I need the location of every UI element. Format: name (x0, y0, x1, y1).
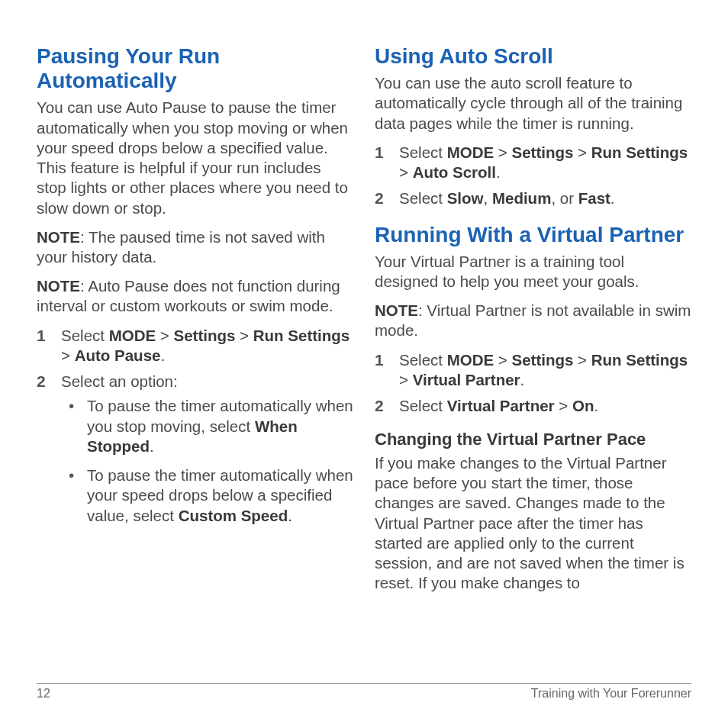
text: Select (399, 189, 447, 207)
menu-item: MODE (109, 327, 156, 344)
steps-list: Select MODE > Settings > Run Settings > … (37, 326, 353, 526)
menu-item: MODE (447, 143, 494, 161)
text: Select (61, 327, 109, 344)
step-item: Select Virtual Partner > On. (375, 396, 691, 416)
menu-item: MODE (447, 351, 494, 369)
option: Custom Speed (179, 507, 288, 524)
text: , or (551, 189, 578, 207)
text: . (594, 397, 598, 414)
step-item: Select MODE > Settings > Run Settings > … (375, 350, 691, 390)
option: Slow (447, 189, 484, 207)
bullet-item: To pause the timer automatically when yo… (61, 396, 353, 456)
left-column: Pausing Your Run Automatically You can u… (37, 44, 353, 593)
note-label: NOTE (37, 228, 80, 246)
step-item: Select MODE > Settings > Run Settings > … (37, 326, 353, 366)
menu-item: Settings (512, 143, 574, 161)
heading-autoscroll: Using Auto Scroll (375, 44, 691, 69)
step-item: Select an option: To pause the timer aut… (37, 372, 353, 526)
text: > (399, 163, 413, 181)
text: > (573, 351, 591, 369)
note-text: : Auto Pause does not function during in… (37, 277, 340, 314)
menu-item: Virtual Partner (447, 397, 555, 414)
steps-list: Select MODE > Settings > Run Settings > … (375, 350, 691, 417)
menu-item: Settings (512, 351, 574, 369)
text: . (160, 346, 165, 364)
bullet-item: To pause the timer automatically when yo… (61, 465, 353, 526)
menu-item: Settings (174, 327, 236, 344)
text: Select (399, 397, 447, 414)
paragraph: You can use Auto Pause to pause the time… (37, 98, 353, 217)
text: > (494, 351, 511, 369)
menu-item: Virtual Partner (413, 371, 520, 388)
text: > (235, 327, 253, 344)
text: . (520, 371, 525, 388)
paragraph: You can use the auto scroll feature to a… (375, 73, 691, 134)
menu-item: Auto Pause (75, 346, 161, 364)
text: > (156, 327, 173, 344)
text: Select (399, 351, 447, 369)
heading-virtual-partner: Running With a Virtual Partner (375, 223, 691, 247)
section-title: Training with Your Forerunner (531, 687, 691, 701)
note-text: : Virtual Partner is not available in sw… (375, 301, 691, 339)
text: Select an option: (61, 372, 178, 390)
option: On (572, 397, 594, 414)
note: NOTE: The paused time is not saved with … (37, 227, 353, 267)
text: > (61, 346, 75, 364)
step-item: Select Slow, Medium, or Fast. (375, 188, 691, 208)
subheading-changing-pace: Changing the Virtual Partner Pace (375, 430, 691, 449)
menu-item: Run Settings (253, 327, 350, 344)
paragraph: If you make changes to the Virtual Partn… (375, 453, 691, 594)
option: Fast (578, 189, 610, 207)
option: Medium (492, 189, 551, 207)
bullet-list: To pause the timer automatically when yo… (61, 396, 353, 525)
text: > (494, 143, 511, 161)
page-footer: 12 Training with Your Forerunner (37, 683, 691, 701)
text: To pause the timer automatically when yo… (87, 397, 353, 434)
text: . (288, 507, 292, 524)
menu-item: Run Settings (591, 351, 688, 369)
step-item: Select MODE > Settings > Run Settings > … (375, 143, 691, 182)
text: Select (399, 143, 447, 161)
note-text: : The paused time is not saved with your… (37, 228, 325, 266)
right-column: Using Auto Scroll You can use the auto s… (375, 44, 691, 593)
text: . (496, 163, 501, 181)
text: > (573, 143, 591, 161)
page-number: 12 (37, 687, 50, 701)
columns: Pausing Your Run Automatically You can u… (37, 44, 691, 593)
note: NOTE: Virtual Partner is not available i… (375, 301, 691, 340)
text: , (484, 189, 492, 207)
note-label: NOTE (37, 277, 80, 295)
heading-pausing: Pausing Your Run Automatically (37, 44, 353, 93)
menu-item: Auto Scroll (413, 163, 496, 181)
note-label: NOTE (375, 301, 418, 319)
menu-item: Run Settings (591, 143, 688, 161)
page: Pausing Your Run Automatically You can u… (0, 0, 728, 728)
steps-list: Select MODE > Settings > Run Settings > … (375, 143, 691, 209)
text: . (610, 189, 615, 207)
note: NOTE: Auto Pause does not function durin… (37, 276, 353, 316)
text: . (150, 437, 154, 455)
text: > (555, 397, 572, 414)
paragraph: Your Virtual Partner is a training tool … (375, 252, 691, 292)
text: > (399, 371, 413, 388)
